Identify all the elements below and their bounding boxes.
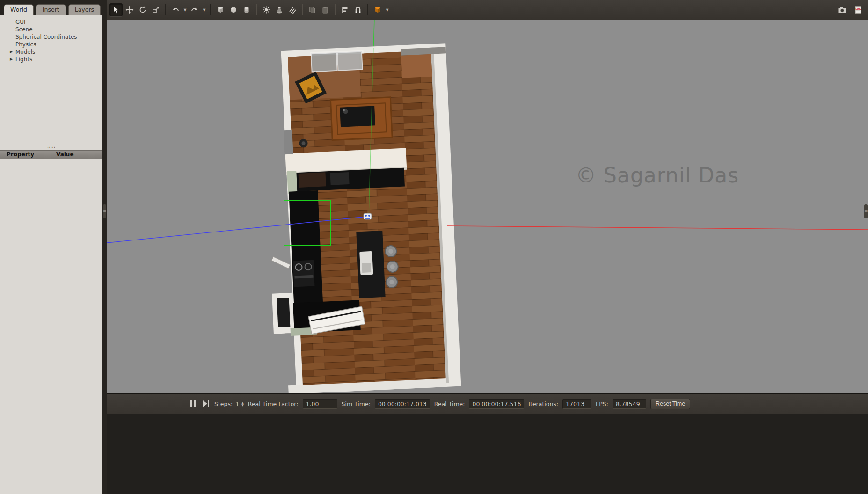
iterations-label: Iterations: [528, 400, 558, 407]
paste-button[interactable] [319, 4, 331, 16]
sphere-icon [229, 6, 238, 14]
tree-item-label: Models [15, 49, 35, 55]
value-column-header: Value [50, 151, 102, 159]
kitchen-island-model[interactable] [356, 231, 385, 298]
tree-item-models[interactable]: ▶ Models [0, 48, 102, 56]
right-splitter-handle[interactable]: ≡ [864, 204, 868, 218]
property-table-header: Property Value [0, 150, 102, 159]
paste-icon [321, 6, 329, 14]
sun-icon [262, 6, 270, 14]
viewport-canvas[interactable]: © Sagarnil Das [107, 20, 868, 393]
tree-item-label: Spherical Coordinates [15, 34, 77, 40]
copy-icon [308, 6, 316, 14]
toolbar-separator [256, 4, 257, 15]
rotate-icon [139, 6, 147, 14]
sphere-tool[interactable] [227, 4, 240, 16]
fps-field: 8.78549 [613, 399, 646, 409]
point-light-tool[interactable] [260, 4, 272, 16]
box-tool[interactable] [214, 4, 226, 16]
tree-item-spherical-coordinates[interactable]: Spherical Coordinates [0, 33, 102, 41]
property-column-header: Property [0, 151, 50, 159]
undo-button[interactable] [169, 4, 182, 16]
scale-icon [152, 6, 160, 14]
stool-models[interactable] [385, 245, 399, 288]
data-logger-button[interactable]: LOG [852, 4, 864, 16]
expand-arrow-icon[interactable]: ▶ [10, 57, 13, 61]
cylinder-icon [242, 6, 251, 14]
rotate-tool[interactable] [137, 4, 149, 16]
fps-label: FPS: [596, 400, 608, 407]
redo-button[interactable] [189, 4, 201, 16]
world-tree: GUI Scene Spherical Coordinates Physics … [0, 18, 102, 63]
steps-spinner[interactable]: ▲▼ [241, 401, 244, 406]
tree-item-label: GUI [15, 19, 26, 25]
view-adjust-tool[interactable] [372, 4, 384, 16]
robot-model[interactable] [364, 213, 372, 219]
step-button[interactable] [202, 400, 210, 408]
gazebo-window: World Insert Layers GUI Scene Spherical … [0, 0, 868, 494]
toolbar-separator [302, 4, 303, 15]
cylinder-tool[interactable] [241, 4, 253, 16]
expand-arrow-icon[interactable]: ▶ [10, 50, 13, 54]
tab-world[interactable]: World [4, 4, 34, 15]
table-model[interactable] [340, 106, 375, 127]
viewport[interactable]: © Sagarnil Das [107, 20, 868, 393]
tree-item-scene[interactable]: Scene [0, 26, 102, 33]
undo-history-dropdown[interactable]: ▼ [182, 4, 188, 16]
magnet-icon [354, 6, 362, 14]
spotlight-icon [275, 6, 284, 14]
snap-tool[interactable] [352, 4, 364, 16]
tree-item-gui[interactable]: GUI [0, 18, 102, 26]
steps-label: Steps: [214, 400, 233, 407]
world-panel: GUI Scene Spherical Coordinates Physics … [0, 15, 102, 494]
spin-down-icon[interactable]: ▼ [241, 404, 244, 406]
real-time-label: Real Time: [434, 400, 465, 407]
directional-light-tool[interactable] [286, 4, 299, 16]
real-time-field: 00 00:00:17.516 [469, 399, 524, 409]
glass-panels[interactable] [311, 52, 363, 72]
sidebar-splitter-handle[interactable]: ≡ [103, 204, 106, 218]
rtf-label: Real Time Factor: [248, 400, 299, 407]
undo-icon [171, 6, 180, 14]
orange-cube-icon [373, 6, 382, 14]
sim-time-label: Sim Time: [342, 400, 371, 407]
redo-icon [190, 6, 199, 14]
select-tool[interactable] [109, 3, 123, 16]
tree-item-label: Physics [15, 41, 36, 48]
toolbar-right-buttons: LOG [836, 4, 864, 16]
tree-item-lights[interactable]: ▶ Lights [0, 56, 102, 63]
pause-button[interactable] [189, 400, 197, 408]
watermark: © Sagarnil Das [576, 163, 739, 187]
reset-time-button[interactable]: Reset Time [650, 399, 690, 409]
tab-layers[interactable]: Layers [68, 4, 101, 15]
toolbar-separator [165, 4, 166, 15]
grid-overlay [107, 20, 868, 393]
pause-icon [190, 400, 197, 407]
tree-item-physics[interactable]: Physics [0, 41, 102, 48]
statusbar: Steps: 1 ▲▼ Real Time Factor: 1.00 Sim T… [107, 393, 868, 414]
steps-value[interactable]: 1 [235, 400, 239, 407]
toolbar: ▼ ▼ [107, 0, 868, 20]
step-forward-icon [202, 400, 210, 407]
tree-item-label: Lights [15, 56, 32, 63]
toolbar-separator [367, 4, 368, 15]
iterations-field: 17013 [562, 399, 591, 409]
screenshot-button[interactable] [836, 4, 848, 16]
rtf-value-field: 1.00 [303, 399, 337, 409]
spot-light-tool[interactable] [273, 4, 285, 16]
toolbar-separator [335, 4, 336, 15]
tab-insert[interactable]: Insert [36, 4, 66, 15]
sim-time-field: 00 00:00:17.013 [375, 399, 430, 409]
translate-tool[interactable] [124, 4, 136, 16]
view-adjust-dropdown[interactable]: ▼ [385, 4, 390, 16]
camera-icon [838, 6, 847, 14]
directional-light-icon [288, 6, 297, 14]
scale-tool[interactable] [150, 4, 162, 16]
align-tool[interactable] [339, 4, 351, 16]
copy-button[interactable] [306, 4, 318, 16]
align-icon [341, 6, 349, 14]
pane-drag-handle[interactable]: ·········· [47, 146, 56, 149]
redo-history-dropdown[interactable]: ▼ [202, 4, 207, 16]
stove-model[interactable] [293, 260, 314, 287]
tree-item-label: Scene [15, 26, 33, 33]
